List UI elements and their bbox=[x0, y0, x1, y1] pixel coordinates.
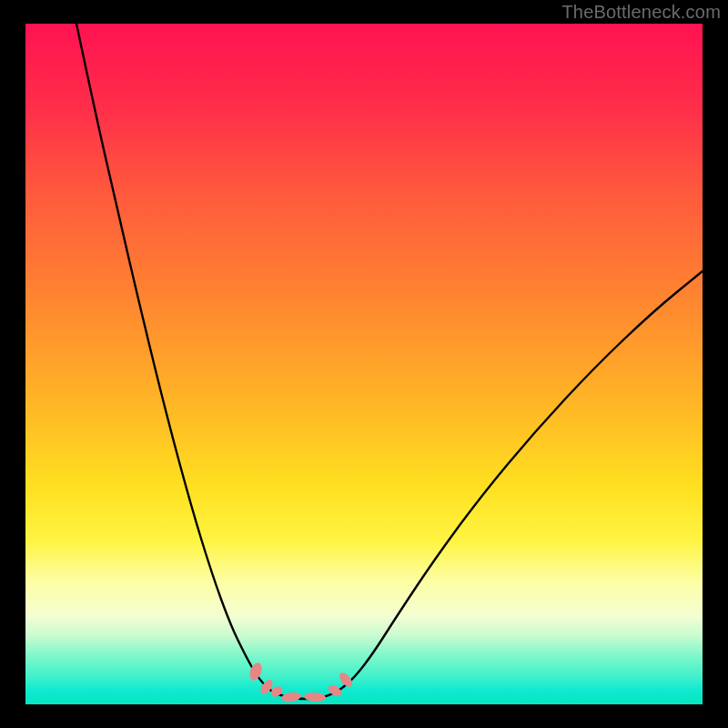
watermark-text: TheBottleneck.com bbox=[561, 2, 721, 23]
plot-area bbox=[25, 24, 703, 704]
bottom-marker-right bbox=[304, 692, 327, 703]
curve-svg bbox=[25, 24, 703, 704]
bottleneck-curve bbox=[76, 24, 703, 699]
bottom-marker-left bbox=[280, 692, 301, 703]
